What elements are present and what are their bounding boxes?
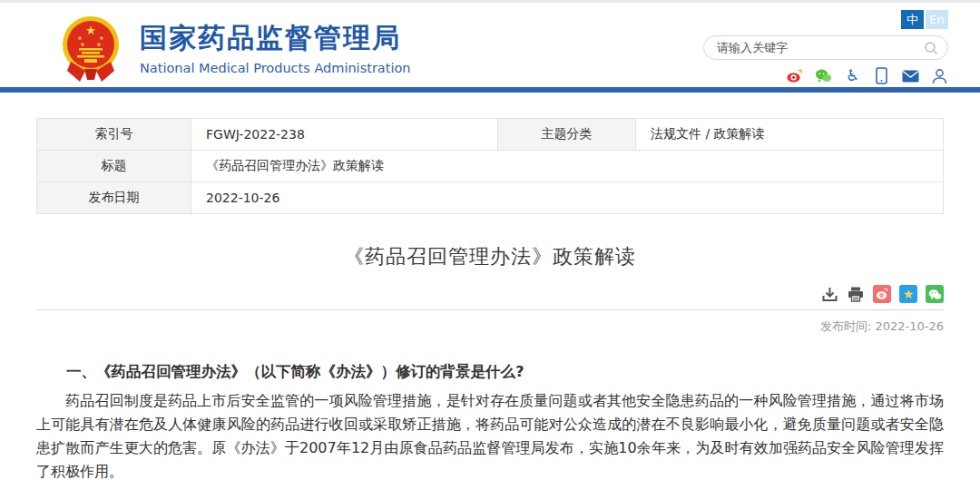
mail-icon[interactable] [902, 67, 919, 84]
accessibility-icon[interactable]: ♿ [844, 67, 861, 84]
meta-value-category: 法规文件 / 政策解读 [636, 119, 944, 151]
download-icon[interactable] [820, 285, 838, 303]
table-row: 索引号 FGWJ-2022-238 主题分类 法规文件 / 政策解读 [37, 119, 944, 151]
site-title-zh: 国家药品监督管理局 [140, 20, 411, 57]
national-emblem-logo: ★ ★ ★ ★ ★ [54, 10, 127, 84]
meta-label-category: 主题分类 [498, 119, 636, 151]
brand-block[interactable]: ★ ★ ★ ★ ★ 国家药品监督管理局 National Medical Pro… [54, 10, 411, 84]
table-row: 发布日期 2022-10-26 [37, 182, 944, 214]
share-weibo-icon[interactable] [873, 285, 891, 303]
meta-value-date: 2022-10-26 [191, 182, 944, 214]
article-toolbar: ★ [36, 285, 944, 303]
header-divider-bar [0, 87, 980, 93]
share-wechat-icon[interactable] [926, 285, 944, 303]
meta-label-index: 索引号 [37, 119, 191, 151]
weibo-icon[interactable] [786, 67, 803, 84]
svg-text:★: ★ [99, 34, 103, 41]
meta-label-date: 发布日期 [37, 182, 191, 214]
meta-label-title: 标题 [37, 151, 191, 182]
search-box[interactable] [703, 35, 948, 60]
article-body: 一、《药品召回管理办法》（以下简称《办法》）修订的背景是什么? 药品召回制度是药… [36, 360, 944, 480]
publish-time-label: 发布时间: [820, 319, 871, 333]
meta-value-title: 《药品召回管理办法》政策解读 [191, 151, 944, 182]
document-meta-table: 索引号 FGWJ-2022-238 主题分类 法规文件 / 政策解读 标题 《药… [36, 118, 944, 214]
lang-english-button[interactable]: En [926, 10, 948, 29]
svg-text:★: ★ [77, 34, 82, 41]
header-quick-links: ♿ [703, 67, 948, 84]
publish-time: 发布时间: 2022-10-26 [36, 318, 944, 335]
svg-text:★: ★ [85, 24, 96, 37]
title-divider [36, 309, 944, 310]
site-title-en: National Medical Products Administration [140, 61, 411, 75]
meta-value-index: FGWJ-2022-238 [191, 119, 498, 151]
main-content: 索引号 FGWJ-2022-238 主题分类 法规文件 / 政策解读 标题 《药… [36, 118, 944, 480]
share-qzone-icon[interactable]: ★ [899, 285, 917, 303]
mobile-icon[interactable] [873, 67, 890, 84]
search-input[interactable] [717, 41, 924, 54]
wechat-icon[interactable] [815, 67, 832, 84]
article-title: 《药品召回管理办法》政策解读 [36, 243, 944, 270]
search-icon[interactable] [924, 41, 938, 55]
table-row: 标题 《药品召回管理办法》政策解读 [37, 151, 944, 182]
print-icon[interactable] [847, 285, 865, 303]
svg-text:★: ★ [80, 41, 84, 47]
publish-time-value: 2022-10-26 [875, 319, 944, 333]
lang-chinese-button[interactable]: 中 [901, 10, 924, 29]
section-heading: 一、《药品召回管理办法》（以下简称《办法》）修订的背景是什么? [36, 360, 944, 384]
site-header: ★ ★ ★ ★ ★ 国家药品监督管理局 National Medical Pro… [0, 3, 980, 87]
user-icon[interactable] [931, 67, 948, 84]
paragraph: 药品召回制度是药品上市后安全监管的一项风险管理措施，是针对存在质量问题或者其他安… [36, 389, 944, 480]
svg-text:★: ★ [96, 41, 101, 47]
language-switcher: 中 En [703, 10, 948, 29]
